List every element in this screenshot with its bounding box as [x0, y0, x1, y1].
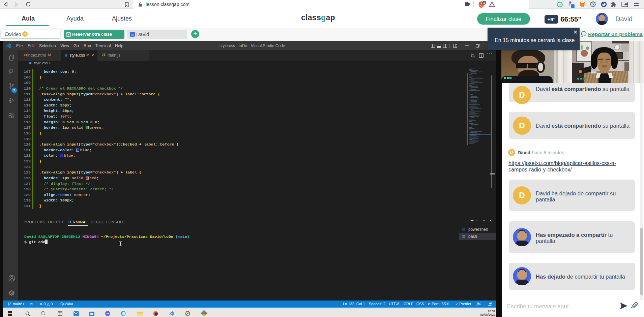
svg-text:7: 7: [68, 34, 69, 36]
